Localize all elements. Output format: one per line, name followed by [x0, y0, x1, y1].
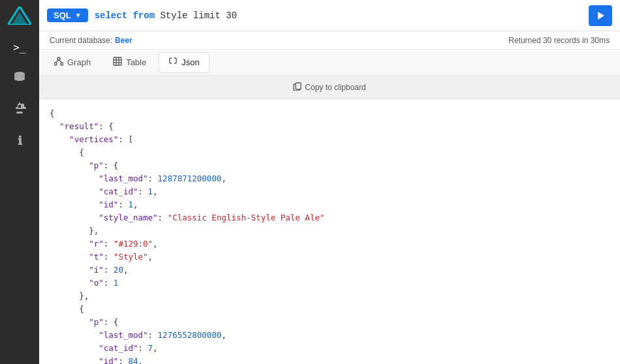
tab-graph[interactable]: Graph: [44, 52, 101, 73]
chevron-down-icon: ▼: [75, 12, 82, 19]
graph-tab-icon: [54, 57, 63, 68]
svg-point-5: [54, 63, 57, 65]
sidebar-item-plugin[interactable]: [0, 94, 39, 125]
sidebar-item-info[interactable]: ℹ: [0, 125, 39, 157]
returned-label: Returned 30 records in 30ms: [508, 36, 610, 45]
svg-rect-9: [114, 57, 121, 65]
sidebar: >_ ℹ: [0, 0, 39, 364]
json-tab-icon: [168, 57, 178, 68]
main-content: SQL ▼ select from Style limit 30 Current…: [39, 0, 620, 364]
mode-label: SQL: [54, 10, 71, 20]
db-prefix-label: Current database:: [50, 36, 112, 45]
sidebar-item-terminal[interactable]: >_: [0, 31, 39, 63]
svg-line-8: [59, 60, 62, 63]
statusbar: Current database: Beer Returned 30 recor…: [39, 31, 620, 50]
plugin-icon: [13, 102, 26, 118]
tab-table[interactable]: Table: [103, 52, 156, 73]
clipboard-icon: [293, 82, 302, 93]
tab-json-label: Json: [181, 57, 199, 67]
topbar: SQL ▼ select from Style limit 30: [39, 0, 620, 31]
json-toolbar: Copy to clipboard: [39, 76, 620, 99]
clipboard-label: Copy to clipboard: [305, 83, 365, 92]
run-button[interactable]: [589, 5, 612, 26]
json-text: { "result": { "vertices": [ { "p": { "la…: [50, 107, 610, 364]
json-output[interactable]: { "result": { "vertices": [ { "p": { "la…: [39, 99, 620, 364]
logo-icon: [8, 7, 31, 25]
svg-point-2: [14, 72, 25, 76]
tab-json[interactable]: Json: [159, 52, 209, 73]
sidebar-item-database[interactable]: [0, 63, 39, 94]
result-tabs: Graph Table Json: [39, 50, 620, 76]
tab-graph-label: Graph: [67, 57, 91, 67]
info-icon: ℹ: [18, 134, 22, 148]
svg-rect-14: [296, 83, 301, 89]
database-icon: [13, 70, 26, 87]
query-display[interactable]: select from Style limit 30: [95, 10, 582, 21]
svg-line-7: [55, 60, 59, 63]
app-logo: [0, 0, 39, 31]
tab-table-label: Table: [126, 57, 146, 67]
terminal-icon: >_: [13, 41, 25, 53]
table-tab-icon: [113, 57, 122, 68]
db-name-label: Beer: [115, 36, 132, 45]
play-icon: [596, 11, 605, 20]
copy-to-clipboard-button[interactable]: Copy to clipboard: [293, 82, 365, 93]
svg-point-4: [57, 57, 60, 60]
svg-point-6: [61, 63, 63, 65]
mode-badge[interactable]: SQL ▼: [47, 8, 88, 22]
svg-marker-3: [598, 12, 604, 20]
